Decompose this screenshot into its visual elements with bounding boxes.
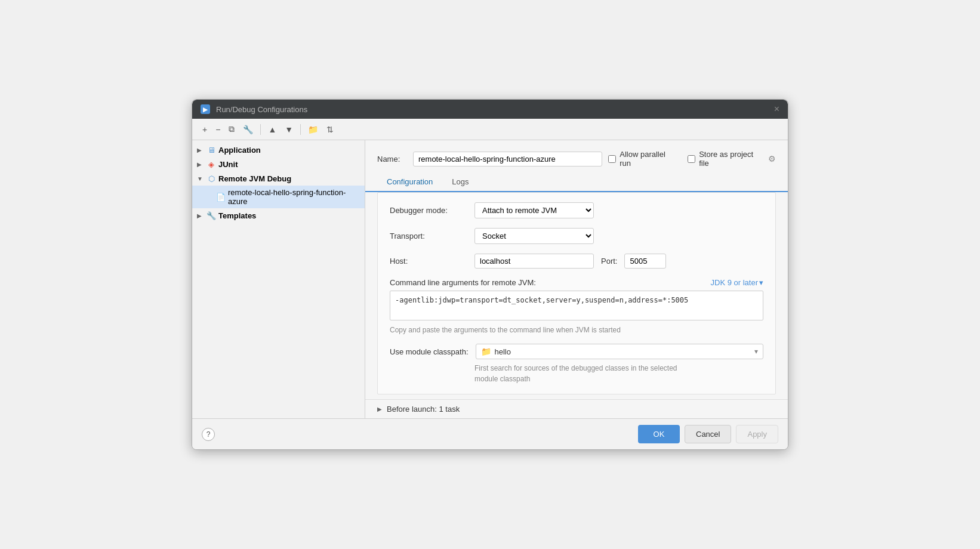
tabs-bar: Configuration Logs [365, 172, 788, 192]
tree-item-application[interactable]: ▶ 🖥 Application [192, 143, 365, 157]
remove-button[interactable]: − [212, 123, 223, 136]
debugger-mode-select[interactable]: Attach to remote JVM Listen to remote JV… [474, 202, 594, 218]
templates-icon: 🔧 [207, 211, 216, 220]
host-port-row: Host: Port: [390, 254, 763, 269]
toolbar-separator-1 [260, 124, 261, 135]
junit-icon: ◈ [207, 159, 216, 169]
module-hint-line1: First search for sources of the debugged… [474, 364, 677, 372]
chevron-down-icon: ▼ [197, 175, 204, 182]
close-button[interactable]: × [774, 104, 779, 114]
dialog-title: Run/Debug Configurations [216, 105, 307, 114]
config-tree: ▶ 🖥 Application ▶ ◈ JUnit ▼ ⬡ Remote JVM… [192, 140, 365, 418]
jdk-link[interactable]: JDK 9 or later ▾ [711, 278, 763, 287]
sort-button[interactable]: ⇅ [323, 123, 337, 136]
footer: ? OK Cancel Apply [192, 418, 788, 449]
tree-item-remote-config-label: remote-local-hello-spring-function-azure [228, 188, 360, 206]
transport-select[interactable]: Socket Shared memory [474, 228, 594, 244]
move-up-button[interactable]: ▲ [265, 123, 279, 136]
copy-button[interactable]: ⧉ [226, 122, 238, 136]
store-project-label: Store as project file [699, 150, 765, 168]
run-debug-dialog: ▶ Run/Debug Configurations × + − ⧉ 🔧 ▲ ▼… [192, 99, 788, 450]
before-launch-label: Before launch: 1 task [387, 405, 460, 414]
cmd-args-textarea[interactable] [390, 291, 763, 320]
right-panel: Name: Allow parallel run Store as projec… [365, 140, 788, 418]
config-file-icon: 📄 [216, 192, 226, 202]
tree-item-remote-jvm-label: Remote JVM Debug [218, 174, 291, 183]
tree-item-junit-label: JUnit [218, 160, 238, 169]
name-label: Name: [377, 155, 407, 164]
application-icon: 🖥 [207, 145, 216, 155]
left-panel: ▶ 🖥 Application ▶ ◈ JUnit ▼ ⬡ Remote JVM… [192, 140, 365, 418]
port-input[interactable] [624, 254, 666, 269]
module-hint-line2: module classpath [474, 375, 530, 383]
name-row: Name: Allow parallel run Store as projec… [365, 140, 788, 172]
jdk-link-chevron-icon: ▾ [759, 278, 763, 287]
allow-parallel-row: Allow parallel run [608, 150, 678, 168]
cmd-args-header: Command line arguments for remote JVM: J… [390, 278, 763, 287]
tree-item-junit[interactable]: ▶ ◈ JUnit [192, 157, 365, 171]
tree-item-remote-config[interactable]: 📄 remote-local-hello-spring-function-azu… [192, 186, 365, 208]
ok-button[interactable]: OK [638, 425, 680, 443]
module-classpath-label: Use module classpath: [390, 347, 469, 356]
port-label: Port: [601, 257, 617, 266]
apply-button[interactable]: Apply [736, 425, 778, 443]
before-launch-section: ▶ Before launch: 1 task [365, 399, 788, 418]
toolbar: + − ⧉ 🔧 ▲ ▼ 📁 ⇅ [192, 119, 788, 140]
footer-actions: OK Cancel Apply [638, 425, 778, 443]
main-content: ▶ 🖥 Application ▶ ◈ JUnit ▼ ⬡ Remote JVM… [192, 140, 788, 418]
tree-item-templates-label: Templates [218, 211, 256, 220]
tree-item-application-label: Application [218, 146, 261, 155]
chevron-right-icon: ▶ [197, 147, 204, 153]
chevron-right-icon-templates: ▶ [197, 212, 204, 219]
move-down-button[interactable]: ▼ [282, 123, 296, 136]
name-input[interactable] [413, 152, 602, 166]
title-bar: ▶ Run/Debug Configurations × [192, 100, 788, 119]
chevron-right-icon-junit: ▶ [197, 161, 204, 168]
transport-row: Transport: Socket Shared memory [390, 228, 763, 244]
settings-button[interactable]: 🔧 [240, 123, 256, 136]
host-input[interactable] [474, 254, 594, 269]
host-label: Host: [390, 257, 467, 266]
store-project-row: Store as project file ⚙ [688, 150, 776, 168]
add-button[interactable]: + [199, 123, 210, 136]
transport-label: Transport: [390, 232, 467, 240]
config-panel: Debugger mode: Attach to remote JVM List… [377, 192, 776, 394]
remote-jvm-icon: ⬡ [207, 174, 216, 183]
cancel-button[interactable]: Cancel [685, 425, 731, 443]
cmd-args-hint: Copy and paste the arguments to the comm… [390, 326, 763, 334]
store-project-gear-icon[interactable]: ⚙ [768, 154, 776, 164]
module-select[interactable]: 📁 hello ▾ [476, 344, 763, 359]
module-name-text: hello [495, 347, 751, 356]
module-folder-icon: 📁 [481, 347, 491, 356]
app-icon: ▶ [201, 104, 210, 114]
debugger-mode-label: Debugger mode: [390, 206, 467, 215]
folder-button[interactable]: 📁 [305, 123, 321, 136]
tab-configuration[interactable]: Configuration [377, 172, 442, 192]
debugger-mode-row: Debugger mode: Attach to remote JVM List… [390, 202, 763, 218]
name-options: Allow parallel run Store as project file… [608, 150, 776, 168]
module-classpath-row: Use module classpath: 📁 hello ▾ [390, 344, 763, 359]
allow-parallel-label: Allow parallel run [620, 150, 678, 168]
toolbar-separator-2 [300, 124, 301, 135]
tree-item-remote-jvm[interactable]: ▼ ⬡ Remote JVM Debug [192, 171, 365, 186]
tree-item-templates[interactable]: ▶ 🔧 Templates [192, 208, 365, 223]
allow-parallel-checkbox[interactable] [608, 155, 616, 163]
before-launch-header[interactable]: ▶ Before launch: 1 task [377, 405, 776, 414]
jdk-link-text: JDK 9 or later [711, 278, 758, 287]
module-chevron-icon: ▾ [754, 347, 758, 356]
tab-logs[interactable]: Logs [442, 172, 478, 192]
module-hint: First search for sources of the debugged… [474, 363, 763, 384]
help-button[interactable]: ? [202, 428, 215, 441]
store-project-checkbox[interactable] [688, 155, 695, 163]
before-launch-chevron-icon: ▶ [377, 406, 382, 412]
cmd-args-label: Command line arguments for remote JVM: [390, 278, 536, 287]
